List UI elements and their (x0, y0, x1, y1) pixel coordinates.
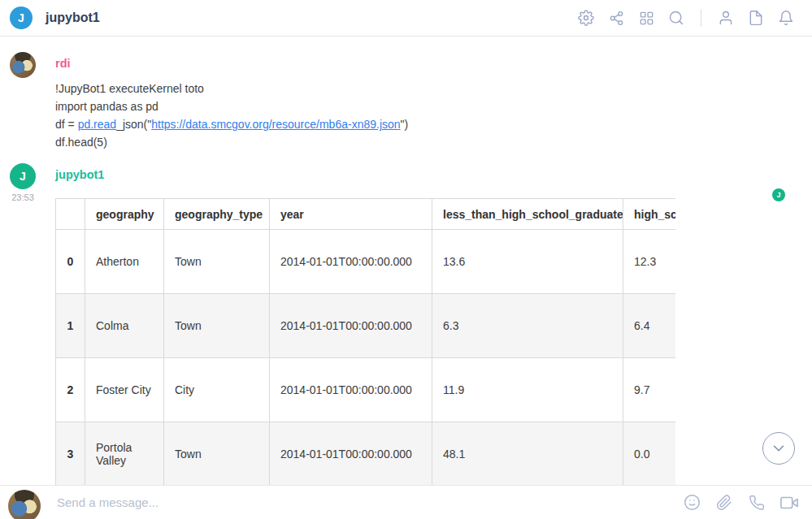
message-line: !JupyBot1 executeKernel toto (55, 80, 812, 97)
column-header (56, 199, 85, 230)
files-button[interactable] (745, 6, 767, 29)
table-cell: 11.9 (432, 358, 623, 422)
sender-name-jupybot1[interactable]: jupybot1 (55, 168, 104, 181)
read-receipt-avatar: J (772, 188, 785, 201)
chevron-down-icon (770, 439, 788, 457)
sender-name-rdi[interactable]: rdi (55, 57, 71, 70)
message-text-segment: _json(" (116, 118, 151, 131)
table-cell: 2014-01-01T00:00:00.000 (270, 230, 432, 294)
message-line: df = pd.read_json("https://data.smcgov.o… (55, 115, 812, 133)
message-timestamp: 23:53 (11, 192, 34, 202)
attachment-button[interactable] (713, 491, 736, 514)
search-icon (668, 10, 684, 26)
message-text-segment: import pandas as pd (55, 100, 158, 113)
table-header-row: geographygeography_typeyearless_than_hig… (56, 199, 676, 230)
table-row: 3Portola ValleyTown2014-01-01T00:00:00.0… (56, 422, 676, 486)
table-cell: 0.0 (623, 422, 676, 486)
message-text: !JupyBot1 executeKernel totoimport panda… (55, 80, 812, 151)
settings-icon (578, 10, 594, 26)
emoji-button[interactable] (680, 491, 703, 514)
composer (0, 485, 812, 519)
table-cell: Town (164, 294, 270, 358)
table-row: 1ColmaTown2014-01-01T00:00:00.0006.36.4 (56, 294, 676, 358)
message-text-segment: df.head(5) (55, 136, 107, 149)
phone-icon (749, 495, 765, 511)
message-link[interactable]: https://data.smcgov.org/resource/mb6a-xn… (151, 118, 400, 131)
apps-grid-icon (639, 11, 654, 26)
table-cell: City (164, 358, 270, 422)
notifications-button[interactable] (775, 6, 797, 29)
user-icon (718, 10, 734, 26)
table-cell: 2014-01-01T00:00:00.000 (270, 422, 432, 486)
search-button[interactable] (665, 6, 688, 29)
members-button[interactable] (714, 6, 737, 29)
table-cell: 2014-01-01T00:00:00.000 (270, 358, 432, 422)
column-header: geography_type (164, 199, 270, 230)
room-avatar[interactable]: J (10, 6, 33, 29)
emoji-smile-icon (684, 494, 701, 511)
bot-avatar-letter: J (20, 170, 26, 183)
table-cell: 6.4 (623, 294, 676, 358)
message-rdi: rdi !JupyBot1 executeKernel totoimport p… (0, 52, 812, 151)
message-line: df.head(5) (55, 133, 812, 151)
column-header: high_school_graduate (623, 199, 676, 230)
table-cell: Foster City (85, 358, 164, 422)
composer-avatar[interactable] (8, 490, 41, 519)
voice-call-button[interactable] (745, 491, 768, 514)
room-title: jupybot1 (46, 11, 100, 25)
bell-icon (778, 10, 794, 26)
user-avatar-rdi[interactable] (10, 52, 36, 78)
column-header: year (270, 199, 432, 230)
table-cell: 12.3 (623, 230, 676, 294)
table-row: 2Foster CityCity2014-01-01T00:00:00.0001… (56, 358, 676, 422)
table-cell: Colma (85, 294, 164, 358)
table-cell: 48.1 (432, 422, 623, 486)
message-text-segment: !JupyBot1 executeKernel toto (55, 82, 204, 95)
message-link[interactable]: pd.read (78, 118, 116, 131)
row-index-cell: 2 (56, 358, 85, 422)
row-index-cell: 0 (56, 230, 85, 294)
apps-button[interactable] (635, 6, 658, 29)
paperclip-icon (716, 495, 732, 511)
table-cell: Portola Valley (85, 422, 164, 486)
settings-button[interactable] (575, 6, 597, 29)
table-cell: 13.6 (432, 230, 623, 294)
video-camera-icon (780, 494, 798, 512)
room-avatar-letter: J (18, 11, 24, 24)
message-jupybot1: J 23:53 jupybot1 geographygeography_type… (0, 163, 812, 485)
message-timeline[interactable]: rdi !JupyBot1 executeKernel totoimport p… (0, 37, 812, 485)
table-row: 0AthertonTown2014-01-01T00:00:00.00013.6… (56, 230, 676, 294)
table-cell: 9.7 (623, 358, 676, 422)
row-index-cell: 3 (56, 422, 85, 486)
share-button[interactable] (605, 6, 627, 29)
message-input[interactable] (57, 495, 680, 509)
table-cell: Atherton (85, 230, 164, 294)
chat-app: J jupybot1 (0, 0, 812, 519)
header-actions (575, 6, 797, 29)
share-icon (609, 11, 624, 26)
column-header: geography (85, 199, 164, 230)
room-header: J jupybot1 (0, 0, 812, 37)
column-header: less_than_high_school_graduate (432, 199, 623, 230)
dataframe-table-container: geographygeography_typeyearless_than_hig… (55, 198, 675, 485)
table-cell: 2014-01-01T00:00:00.000 (270, 294, 432, 358)
dataframe-table: geographygeography_typeyearless_than_hig… (55, 198, 675, 485)
message-text-segment: ") (401, 118, 409, 131)
table-cell: Town (164, 230, 270, 294)
document-icon (748, 10, 764, 26)
message-text-segment: df = (55, 118, 78, 131)
table-cell: 6.3 (432, 294, 623, 358)
scroll-to-bottom-button[interactable] (762, 432, 795, 465)
table-cell: Town (164, 422, 270, 486)
video-call-button[interactable] (778, 491, 801, 514)
row-index-cell: 1 (56, 294, 85, 358)
message-line: import pandas as pd (55, 97, 812, 115)
bot-avatar[interactable]: J (10, 163, 36, 189)
header-divider (701, 9, 701, 27)
composer-actions (680, 491, 801, 514)
